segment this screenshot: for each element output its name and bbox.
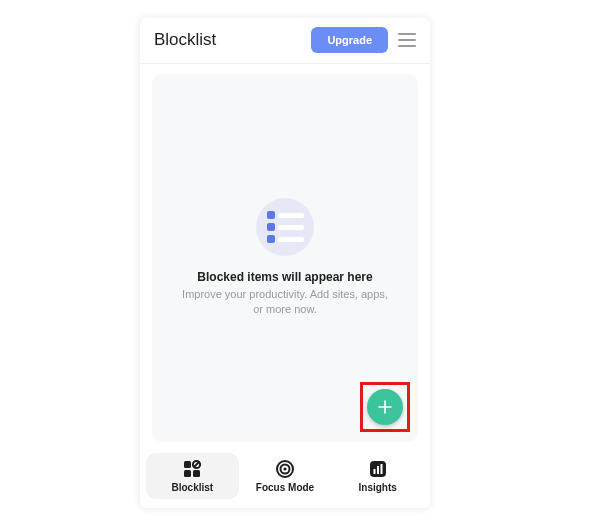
svg-rect-2: [184, 470, 191, 477]
blocklist-illustration-icon: [256, 198, 314, 256]
nav-label: Blocklist: [171, 482, 213, 493]
main-content: Blocked items will appear here Improve y…: [140, 64, 430, 448]
add-button-highlight[interactable]: [360, 382, 410, 432]
target-icon: [275, 459, 295, 479]
insights-icon: [368, 459, 388, 479]
nav-focus-mode[interactable]: Focus Mode: [239, 453, 332, 499]
svg-rect-9: [373, 469, 375, 474]
hamburger-menu-icon[interactable]: [398, 29, 420, 51]
svg-line-4: [194, 462, 199, 467]
blocklist-icon: [182, 459, 202, 479]
add-button[interactable]: [367, 389, 403, 425]
plus-icon: [377, 399, 393, 415]
app-frame: Blocklist Upgrade Blocked items will app…: [140, 18, 430, 508]
nav-insights[interactable]: Insights: [331, 453, 424, 499]
svg-rect-1: [193, 470, 200, 477]
svg-point-7: [283, 467, 286, 470]
svg-rect-10: [377, 466, 379, 474]
nav-label: Insights: [359, 482, 397, 493]
nav-blocklist[interactable]: Blocklist: [146, 453, 239, 499]
svg-rect-11: [380, 464, 382, 474]
header: Blocklist Upgrade: [140, 18, 430, 64]
bottom-nav: Blocklist Focus Mode Insigh: [140, 448, 430, 508]
header-actions: Upgrade: [311, 27, 420, 53]
nav-label: Focus Mode: [256, 482, 314, 493]
upgrade-button[interactable]: Upgrade: [311, 27, 388, 53]
empty-state-subtitle: Improve your productivity. Add sites, ap…: [152, 287, 418, 317]
svg-rect-0: [184, 461, 191, 468]
page-title: Blocklist: [154, 30, 216, 50]
empty-state-title: Blocked items will appear here: [197, 270, 372, 284]
empty-state-card: Blocked items will appear here Improve y…: [152, 74, 418, 442]
